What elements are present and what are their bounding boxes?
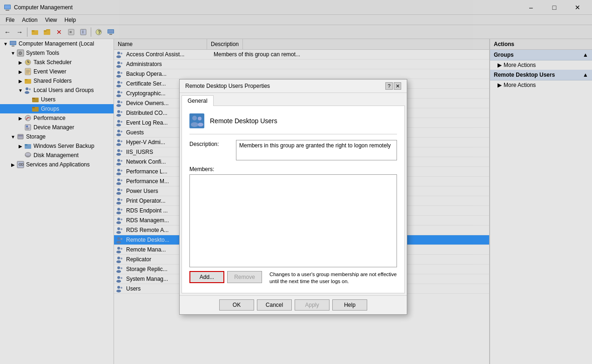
cancel-button[interactable]: Cancel	[257, 299, 292, 311]
help-button[interactable]: Help	[332, 299, 367, 311]
dialog-action-btns: Add... Remove	[189, 271, 262, 283]
dialog-group-header: Remote Desktop Users	[189, 113, 397, 134]
dialog-group-icon	[189, 113, 204, 128]
dialog-help-icon-btn[interactable]: ?	[385, 82, 393, 90]
dialog-remote-desktop-users: Remote Desktop Users Properties ? ✕ Gene…	[179, 79, 407, 315]
dialog-close-icon-btn[interactable]: ✕	[394, 82, 401, 90]
add-button[interactable]: Add...	[189, 271, 224, 283]
dialog-body: Remote Desktop Users Description: Member…	[182, 106, 405, 293]
dialog-members-section: Members: Add... Remove Changes to a user…	[189, 166, 397, 285]
dialog-members-box	[189, 174, 397, 267]
apply-button[interactable]: Apply	[295, 299, 330, 311]
dialog-footer-btns: OK Cancel Apply Help	[180, 295, 407, 314]
remove-button[interactable]: Remove	[227, 271, 262, 283]
ok-button[interactable]: OK	[219, 299, 254, 311]
dialog-description-value[interactable]: Members in this group are granted the ri…	[236, 140, 397, 160]
dialog-overlay: Remote Desktop Users Properties ? ✕ Gene…	[0, 0, 592, 364]
svg-point-129	[198, 117, 202, 120]
dialog-members-label: Members:	[189, 166, 397, 172]
svg-point-130	[198, 123, 203, 126]
dialog-title-controls: ? ✕	[385, 82, 401, 90]
dialog-tabs: General	[180, 93, 407, 106]
svg-point-128	[191, 122, 198, 127]
dialog-title-bar: Remote Desktop Users Properties ? ✕	[180, 79, 407, 93]
tab-general[interactable]: General	[182, 95, 214, 106]
dialog-buttons-row: Add... Remove Changes to a user's group …	[189, 271, 397, 285]
dialog-title-text: Remote Desktop Users Properties	[185, 83, 270, 89]
dialog-change-notice: Changes to a user's group membership are…	[266, 271, 397, 285]
dialog-description-row: Description: Members in this group are g…	[189, 140, 397, 160]
svg-point-127	[192, 116, 197, 120]
dialog-description-label: Description:	[189, 140, 236, 147]
dialog-group-name: Remote Desktop Users	[210, 117, 277, 125]
